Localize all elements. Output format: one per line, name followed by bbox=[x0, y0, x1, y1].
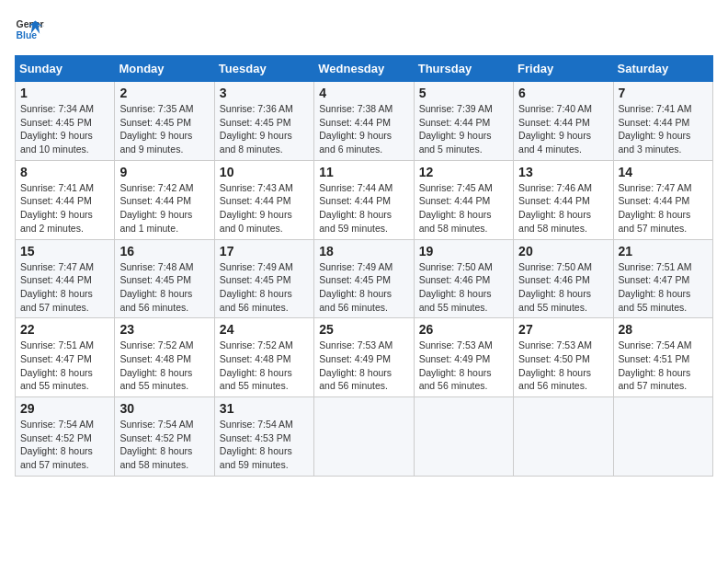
day-number: 6 bbox=[518, 86, 608, 100]
day-info: Sunrise: 7:52 AM Sunset: 4:48 PM Dayligh… bbox=[220, 339, 309, 393]
day-cell: 27 Sunrise: 7:53 AM Sunset: 4:50 PM Dayl… bbox=[514, 318, 613, 397]
day-info: Sunrise: 7:48 AM Sunset: 4:45 PM Dayligh… bbox=[119, 260, 209, 315]
day-cell: 16 Sunrise: 7:48 AM Sunset: 4:45 PM Dayl… bbox=[115, 239, 214, 318]
day-info: Sunrise: 7:42 AM Sunset: 4:44 PM Dayligh… bbox=[119, 181, 209, 236]
day-info: Sunrise: 7:53 AM Sunset: 4:49 PM Dayligh… bbox=[319, 339, 408, 393]
day-cell: 28 Sunrise: 7:54 AM Sunset: 4:51 PM Dayl… bbox=[613, 318, 712, 397]
day-cell: 21 Sunrise: 7:51 AM Sunset: 4:47 PM Dayl… bbox=[613, 239, 712, 318]
day-info: Sunrise: 7:46 AM Sunset: 4:44 PM Dayligh… bbox=[518, 181, 608, 236]
day-cell: 15 Sunrise: 7:47 AM Sunset: 4:44 PM Dayl… bbox=[16, 239, 115, 318]
col-tuesday: Tuesday bbox=[214, 56, 313, 82]
day-number: 13 bbox=[518, 165, 608, 179]
calendar-row: 1 Sunrise: 7:34 AM Sunset: 4:45 PM Dayli… bbox=[16, 82, 713, 161]
day-cell: 24 Sunrise: 7:52 AM Sunset: 4:48 PM Dayl… bbox=[214, 318, 313, 397]
day-number: 26 bbox=[419, 322, 508, 337]
calendar-table: Sunday Monday Tuesday Wednesday Thursday… bbox=[15, 55, 713, 477]
day-info: Sunrise: 7:49 AM Sunset: 4:45 PM Dayligh… bbox=[319, 260, 408, 315]
day-number: 24 bbox=[220, 322, 309, 337]
day-number: 14 bbox=[619, 165, 708, 179]
day-cell: 9 Sunrise: 7:42 AM Sunset: 4:44 PM Dayli… bbox=[115, 160, 214, 239]
day-info: Sunrise: 7:51 AM Sunset: 4:47 PM Dayligh… bbox=[619, 260, 708, 315]
day-info: Sunrise: 7:51 AM Sunset: 4:47 PM Dayligh… bbox=[20, 339, 109, 393]
day-number: 12 bbox=[419, 165, 508, 179]
col-monday: Monday bbox=[115, 56, 214, 82]
day-cell: 13 Sunrise: 7:46 AM Sunset: 4:44 PM Dayl… bbox=[514, 160, 613, 239]
day-number: 25 bbox=[319, 322, 408, 337]
day-cell: 31 Sunrise: 7:54 AM Sunset: 4:53 PM Dayl… bbox=[214, 397, 313, 477]
day-number: 19 bbox=[419, 244, 508, 259]
day-info: Sunrise: 7:53 AM Sunset: 4:49 PM Dayligh… bbox=[419, 339, 508, 393]
empty-cell bbox=[613, 397, 712, 477]
day-cell: 1 Sunrise: 7:34 AM Sunset: 4:45 PM Dayli… bbox=[16, 82, 115, 161]
day-number: 18 bbox=[319, 244, 408, 259]
day-info: Sunrise: 7:50 AM Sunset: 4:46 PM Dayligh… bbox=[518, 260, 608, 315]
col-friday: Friday bbox=[514, 56, 613, 82]
day-number: 15 bbox=[20, 244, 109, 259]
calendar-row: 22 Sunrise: 7:51 AM Sunset: 4:47 PM Dayl… bbox=[16, 318, 713, 397]
day-info: Sunrise: 7:54 AM Sunset: 4:53 PM Dayligh… bbox=[220, 418, 309, 472]
day-number: 17 bbox=[220, 244, 309, 259]
day-info: Sunrise: 7:50 AM Sunset: 4:46 PM Dayligh… bbox=[419, 260, 508, 315]
day-number: 27 bbox=[518, 322, 608, 337]
day-number: 29 bbox=[20, 401, 109, 416]
day-cell: 12 Sunrise: 7:45 AM Sunset: 4:44 PM Dayl… bbox=[414, 160, 513, 239]
day-cell: 18 Sunrise: 7:49 AM Sunset: 4:45 PM Dayl… bbox=[314, 239, 414, 318]
day-number: 1 bbox=[20, 86, 109, 100]
day-number: 8 bbox=[20, 165, 109, 179]
day-number: 22 bbox=[20, 322, 109, 337]
day-info: Sunrise: 7:40 AM Sunset: 4:44 PM Dayligh… bbox=[518, 102, 608, 156]
day-number: 2 bbox=[119, 86, 209, 100]
day-cell: 5 Sunrise: 7:39 AM Sunset: 4:44 PM Dayli… bbox=[414, 82, 513, 161]
day-number: 23 bbox=[119, 322, 209, 337]
day-info: Sunrise: 7:54 AM Sunset: 4:52 PM Dayligh… bbox=[20, 418, 109, 472]
col-wednesday: Wednesday bbox=[314, 56, 414, 82]
day-cell: 20 Sunrise: 7:50 AM Sunset: 4:46 PM Dayl… bbox=[514, 239, 613, 318]
day-cell: 7 Sunrise: 7:41 AM Sunset: 4:44 PM Dayli… bbox=[613, 82, 712, 161]
col-thursday: Thursday bbox=[414, 56, 513, 82]
day-info: Sunrise: 7:45 AM Sunset: 4:44 PM Dayligh… bbox=[419, 181, 508, 236]
day-number: 31 bbox=[220, 401, 309, 416]
day-cell: 10 Sunrise: 7:43 AM Sunset: 4:44 PM Dayl… bbox=[214, 160, 313, 239]
day-cell: 23 Sunrise: 7:52 AM Sunset: 4:48 PM Dayl… bbox=[115, 318, 214, 397]
col-saturday: Saturday bbox=[613, 56, 712, 82]
day-info: Sunrise: 7:53 AM Sunset: 4:50 PM Dayligh… bbox=[518, 339, 608, 393]
day-info: Sunrise: 7:38 AM Sunset: 4:44 PM Dayligh… bbox=[319, 102, 408, 156]
day-number: 9 bbox=[119, 165, 209, 179]
day-info: Sunrise: 7:47 AM Sunset: 4:44 PM Dayligh… bbox=[619, 181, 708, 236]
day-cell: 4 Sunrise: 7:38 AM Sunset: 4:44 PM Dayli… bbox=[314, 82, 414, 161]
day-cell: 17 Sunrise: 7:49 AM Sunset: 4:45 PM Dayl… bbox=[214, 239, 313, 318]
day-number: 20 bbox=[518, 244, 608, 259]
day-info: Sunrise: 7:43 AM Sunset: 4:44 PM Dayligh… bbox=[220, 181, 309, 236]
day-number: 10 bbox=[220, 165, 309, 179]
day-info: Sunrise: 7:34 AM Sunset: 4:45 PM Dayligh… bbox=[20, 102, 109, 156]
day-info: Sunrise: 7:39 AM Sunset: 4:44 PM Dayligh… bbox=[419, 102, 508, 156]
calendar-row: 29 Sunrise: 7:54 AM Sunset: 4:52 PM Dayl… bbox=[16, 397, 713, 477]
day-cell: 29 Sunrise: 7:54 AM Sunset: 4:52 PM Dayl… bbox=[16, 397, 115, 477]
day-info: Sunrise: 7:52 AM Sunset: 4:48 PM Dayligh… bbox=[119, 339, 209, 393]
day-cell: 25 Sunrise: 7:53 AM Sunset: 4:49 PM Dayl… bbox=[314, 318, 414, 397]
day-info: Sunrise: 7:41 AM Sunset: 4:44 PM Dayligh… bbox=[20, 181, 109, 236]
logo-icon: General Blue bbox=[15, 15, 44, 44]
day-cell: 3 Sunrise: 7:36 AM Sunset: 4:45 PM Dayli… bbox=[214, 82, 313, 161]
day-number: 28 bbox=[619, 322, 708, 337]
day-number: 16 bbox=[119, 244, 209, 259]
day-cell: 30 Sunrise: 7:54 AM Sunset: 4:52 PM Dayl… bbox=[115, 397, 214, 477]
day-number: 4 bbox=[319, 86, 408, 100]
page-header: General Blue bbox=[15, 15, 713, 44]
day-info: Sunrise: 7:49 AM Sunset: 4:45 PM Dayligh… bbox=[220, 260, 309, 315]
day-number: 30 bbox=[119, 401, 209, 416]
calendar-row: 15 Sunrise: 7:47 AM Sunset: 4:44 PM Dayl… bbox=[16, 239, 713, 318]
day-number: 5 bbox=[419, 86, 508, 100]
day-info: Sunrise: 7:54 AM Sunset: 4:52 PM Dayligh… bbox=[119, 418, 209, 472]
day-info: Sunrise: 7:35 AM Sunset: 4:45 PM Dayligh… bbox=[119, 102, 209, 156]
day-cell: 2 Sunrise: 7:35 AM Sunset: 4:45 PM Dayli… bbox=[115, 82, 214, 161]
empty-cell bbox=[314, 397, 414, 477]
header-row: Sunday Monday Tuesday Wednesday Thursday… bbox=[16, 56, 713, 82]
empty-cell bbox=[514, 397, 613, 477]
day-number: 21 bbox=[619, 244, 708, 259]
day-number: 7 bbox=[619, 86, 708, 100]
day-cell: 8 Sunrise: 7:41 AM Sunset: 4:44 PM Dayli… bbox=[16, 160, 115, 239]
day-number: 11 bbox=[319, 165, 408, 179]
day-cell: 11 Sunrise: 7:44 AM Sunset: 4:44 PM Dayl… bbox=[314, 160, 414, 239]
svg-text:Blue: Blue bbox=[17, 30, 38, 40]
